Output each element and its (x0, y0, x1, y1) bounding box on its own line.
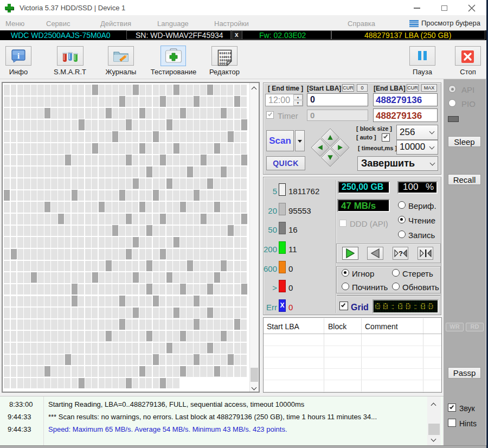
svg-text:0001: 0001 (220, 62, 228, 66)
svg-text:?: ? (399, 249, 403, 258)
svg-text:i: i (17, 52, 20, 60)
